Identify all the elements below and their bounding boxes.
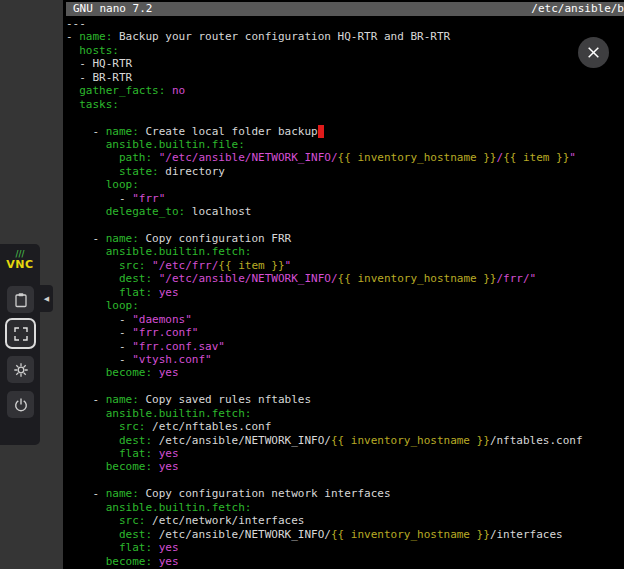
code-line[interactable]: state: directory [66, 165, 624, 178]
close-button[interactable] [578, 37, 609, 68]
close-icon [586, 45, 601, 60]
terminal-window: GNU nano 7.2 /etc/ansible/b ---- name: B… [63, 0, 624, 569]
vnc-viewport: { "nano_header": { "app_title": "GNU nan… [0, 0, 624, 569]
code-line[interactable]: flat: yes [66, 447, 624, 460]
code-line[interactable]: - "frr.conf.sav" [66, 340, 624, 353]
code-line[interactable]: src: "/etc/frr/{{ item }}" [66, 259, 624, 272]
nano-editor[interactable]: ---- name: Backup your router configurat… [66, 17, 624, 569]
code-line[interactable]: become: yes [66, 460, 624, 473]
code-line[interactable]: delegate_to: localhost [66, 205, 624, 218]
code-line[interactable]: become: yes [66, 366, 624, 379]
code-line[interactable]: - name: Backup your router configuration… [66, 30, 624, 43]
gear-icon [13, 362, 29, 378]
code-line[interactable]: dest: /etc/ansible/NETWORK_INFO/{{ inven… [66, 528, 624, 541]
code-line[interactable]: ansible.builtin.fetch: [66, 245, 624, 258]
settings-button[interactable] [7, 356, 34, 383]
vnc-control-bar: /// VNC [0, 244, 40, 445]
code-line[interactable]: path: "/etc/ansible/NETWORK_INFO/{{ inve… [66, 151, 624, 164]
code-line[interactable]: become: yes [66, 555, 624, 568]
code-line[interactable] [66, 219, 624, 232]
nano-app-title: GNU nano 7.2 [73, 2, 152, 16]
code-line[interactable]: loop: [66, 299, 624, 312]
code-line[interactable]: ansible.builtin.file: [66, 138, 624, 151]
code-line[interactable]: - "frr.conf" [66, 326, 624, 339]
clipboard-button[interactable] [7, 286, 34, 313]
code-line[interactable]: hosts: [66, 44, 624, 57]
code-line[interactable]: --- [66, 17, 624, 30]
code-line[interactable]: src: /etc/network/interfaces [66, 514, 624, 527]
code-line[interactable]: loop: [66, 178, 624, 191]
collapse-arrow-icon: ◀ [44, 295, 49, 303]
code-line[interactable]: - BR-RTR [66, 71, 624, 84]
code-line[interactable]: ansible.builtin.fetch: [66, 407, 624, 420]
code-line[interactable]: - "vtysh.conf" [66, 353, 624, 366]
code-line[interactable]: flat: yes [66, 286, 624, 299]
fullscreen-button[interactable] [7, 320, 34, 347]
code-line[interactable]: - HQ-RTR [66, 57, 624, 70]
vnc-logo-text: VNC [0, 259, 40, 271]
code-line[interactable]: gather_facts: no [66, 84, 624, 97]
code-line[interactable]: tasks: [66, 98, 624, 111]
code-line[interactable] [66, 111, 624, 124]
nano-titlebar: GNU nano 7.2 /etc/ansible/b [66, 2, 624, 16]
code-line[interactable]: - "daemons" [66, 313, 624, 326]
fullscreen-icon [13, 326, 29, 342]
code-line[interactable]: ansible.builtin.fetch: [66, 501, 624, 514]
code-line[interactable]: dest: /etc/ansible/NETWORK_INFO/{{ inven… [66, 434, 624, 447]
control-bar-handle[interactable]: ◀ [40, 285, 53, 312]
clipboard-icon [13, 292, 29, 308]
code-line[interactable]: - name: Copy saved rules nftables [66, 393, 624, 406]
code-line[interactable]: - name: Copy configuration FRR [66, 232, 624, 245]
code-line[interactable]: dest: "/etc/ansible/NETWORK_INFO/{{ inve… [66, 272, 624, 285]
code-line[interactable]: - name: Copy configuration network inter… [66, 487, 624, 500]
vnc-logo: /// VNC [0, 251, 40, 271]
code-line[interactable] [66, 474, 624, 487]
power-icon [13, 397, 29, 413]
code-line[interactable]: flat: yes [66, 541, 624, 554]
code-line[interactable] [66, 380, 624, 393]
code-line[interactable]: - "frr" [66, 192, 624, 205]
nano-file-path: /etc/ansible/b [531, 2, 624, 16]
code-line[interactable]: - name: Create local folder backup [66, 125, 624, 138]
power-button[interactable] [7, 391, 34, 418]
text-cursor [318, 125, 325, 138]
code-line[interactable]: src: /etc/nftables.conf [66, 420, 624, 433]
